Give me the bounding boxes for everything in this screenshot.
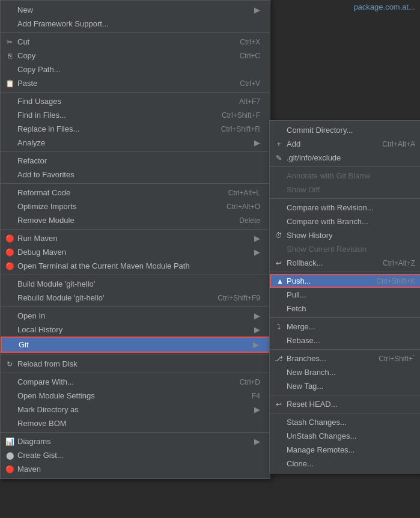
menu-item-cut[interactable]: ✂CutCtrl+X xyxy=(1,35,270,49)
paste-label: Paste xyxy=(17,79,222,88)
menu-item-remove-bom[interactable]: Remove BOM xyxy=(1,416,270,430)
menu-item-add-framework[interactable]: Add Framework Support... xyxy=(1,17,270,31)
menu-item-local-history[interactable]: Local History▶ xyxy=(1,323,270,337)
menu-separator xyxy=(1,275,270,275)
git-arrow: ▶ xyxy=(253,340,259,349)
git-menu-item-push[interactable]: ▲Push...Ctrl+Shift+K xyxy=(270,274,420,288)
find-usages-label: Find Usages xyxy=(17,97,221,106)
reset-head-label: Reset HEAD... xyxy=(287,400,415,409)
menu-item-new[interactable]: New▶ xyxy=(1,3,270,17)
menu-item-reformat-code[interactable]: Reformat CodeCtrl+Alt+L xyxy=(1,186,270,200)
menu-item-copy[interactable]: ⎘CopyCtrl+C xyxy=(1,49,270,62)
rollback-icon: ↩ xyxy=(273,259,284,267)
git-menu-separator xyxy=(270,198,420,199)
run-maven-arrow: ▶ xyxy=(254,234,260,243)
refactor-label: Refactor xyxy=(17,156,260,165)
git-menu-item-show-current-revision[interactable]: Show Current Revision xyxy=(270,242,420,256)
open-in-arrow: ▶ xyxy=(254,311,260,320)
menu-separator xyxy=(1,92,270,93)
git-menu-item-annotate-git-blame[interactable]: Annotate with Git Blame xyxy=(270,169,420,183)
menu-separator xyxy=(1,229,270,230)
menu-item-maven[interactable]: 🔴Maven xyxy=(1,462,270,476)
menu-item-open-terminal[interactable]: 🔴Open Terminal at the Current Maven Modu… xyxy=(1,259,270,273)
git-menu-item-gitinfo-exclude[interactable]: ✎.git/info/exclude xyxy=(270,151,420,165)
git-menu-item-reset-head[interactable]: ↩Reset HEAD... xyxy=(270,397,420,411)
menu-item-replace-in-files[interactable]: Replace in Files...Ctrl+Shift+R xyxy=(1,122,270,136)
rollback-shortcut: Ctrl+Alt+Z xyxy=(383,259,415,267)
menu-item-remove-module[interactable]: Remove ModuleDelete xyxy=(1,213,270,227)
menu-item-paste[interactable]: 📋PasteCtrl+V xyxy=(1,76,270,90)
run-maven-icon: 🔴 xyxy=(4,234,15,243)
git-menu-item-branches[interactable]: ⎇Branches...Ctrl+Shift+` xyxy=(270,352,420,365)
menu-item-compare-with[interactable]: Compare With...Ctrl+D xyxy=(1,375,270,389)
git-menu-item-new-branch[interactable]: New Branch... xyxy=(270,365,420,379)
local-history-label: Local History xyxy=(17,325,249,334)
git-menu-item-fetch[interactable]: Fetch xyxy=(270,302,420,315)
git-menu-item-stash-changes[interactable]: Stash Changes... xyxy=(270,415,420,429)
debug-maven-label: Debug Maven xyxy=(17,248,249,257)
menu-item-create-gist[interactable]: ⬤Create Gist... xyxy=(1,448,270,462)
remove-module-label: Remove Module xyxy=(17,216,221,225)
new-arrow: ▶ xyxy=(254,5,260,14)
menu-item-git[interactable]: Git▶ xyxy=(1,337,270,353)
git-menu-item-rollback[interactable]: ↩Rollback...Ctrl+Alt+Z xyxy=(270,256,420,270)
open-module-settings-label: Open Module Settings xyxy=(17,391,234,400)
menu-item-debug-maven[interactable]: 🔴Debug Maven▶ xyxy=(1,245,270,259)
menu-item-find-usages[interactable]: Find UsagesAlt+F7 xyxy=(1,94,270,108)
menu-item-open-in[interactable]: Open In▶ xyxy=(1,309,270,323)
diagrams-arrow: ▶ xyxy=(254,437,260,446)
package-text: package.com.at... xyxy=(348,0,420,14)
find-in-files-label: Find in Files... xyxy=(17,111,204,120)
git-menu-item-compare-revision[interactable]: Compare with Revision... xyxy=(270,201,420,215)
git-menu-item-clone[interactable]: Clone... xyxy=(270,457,420,471)
git-menu-item-rebase[interactable]: Rebase... xyxy=(270,334,420,347)
menu-item-open-module-settings[interactable]: Open Module SettingsF4 xyxy=(1,389,270,403)
menu-item-copy-path[interactable]: Copy Path... xyxy=(1,62,270,76)
menu-item-reload-from-disk[interactable]: ↻Reload from Disk xyxy=(1,357,270,371)
menu-item-diagrams[interactable]: 📊Diagrams▶ xyxy=(1,434,270,448)
show-history-label: Show History xyxy=(287,231,415,240)
menu-item-refactor[interactable]: Refactor xyxy=(1,154,270,168)
menu-item-analyze[interactable]: Analyze▶ xyxy=(1,136,270,150)
compare-revision-label: Compare with Revision... xyxy=(287,203,415,212)
menu-item-mark-directory-as[interactable]: Mark Directory as▶ xyxy=(1,403,270,416)
menu-separator xyxy=(1,151,270,152)
rebuild-module-shortcut: Ctrl+Shift+F9 xyxy=(218,294,260,302)
menu-item-add-to-favorites[interactable]: Add to Favorites xyxy=(1,168,270,181)
menu-item-build-module[interactable]: Build Module 'git-hello' xyxy=(1,277,270,291)
git-menu-item-pull[interactable]: Pull... xyxy=(270,288,420,302)
menu-item-rebuild-module[interactable]: Rebuild Module 'git-hello'Ctrl+Shift+F9 xyxy=(1,291,270,305)
add-icon: + xyxy=(273,140,284,148)
rollback-label: Rollback... xyxy=(287,258,365,267)
git-menu-item-manage-remotes[interactable]: Manage Remotes... xyxy=(270,443,420,457)
git-menu-item-merge[interactable]: ⤵Merge... xyxy=(270,320,420,334)
mark-directory-as-label: Mark Directory as xyxy=(17,405,249,414)
merge-icon: ⤵ xyxy=(273,323,284,331)
replace-in-files-shortcut: Ctrl+Shift+R xyxy=(221,125,260,133)
git-menu-item-unstash-changes[interactable]: UnStash Changes... xyxy=(270,429,420,443)
push-label: Push... xyxy=(287,276,358,285)
reload-from-disk-label: Reload from Disk xyxy=(17,359,260,368)
diagrams-label: Diagrams xyxy=(17,437,249,446)
git-menu-item-show-history[interactable]: ⏱Show History xyxy=(270,228,420,242)
menu-item-run-maven[interactable]: 🔴Run Maven▶ xyxy=(1,231,270,245)
stash-changes-label: Stash Changes... xyxy=(287,418,415,427)
git-menu-item-compare-branch[interactable]: Compare with Branch... xyxy=(270,215,420,228)
menu-item-optimize-imports[interactable]: Optimize ImportsCtrl+Alt+O xyxy=(1,200,270,213)
menu-item-find-in-files[interactable]: Find in Files...Ctrl+Shift+F xyxy=(1,108,270,122)
git-menu-item-commit-directory[interactable]: Commit Directory... xyxy=(270,123,420,137)
merge-label: Merge... xyxy=(287,322,415,331)
local-history-arrow: ▶ xyxy=(254,325,260,334)
add-label: Add xyxy=(287,139,364,148)
git-menu-item-new-tag[interactable]: New Tag... xyxy=(270,379,420,393)
git-menu-item-show-diff[interactable]: Show Diff xyxy=(270,183,420,197)
add-to-favorites-label: Add to Favorites xyxy=(17,170,260,179)
rebuild-module-label: Rebuild Module 'git-hello' xyxy=(17,293,199,302)
compare-with-label: Compare With... xyxy=(17,377,222,386)
compare-branch-label: Compare with Branch... xyxy=(287,217,415,226)
git-menu-separator xyxy=(270,349,420,350)
cut-label: Cut xyxy=(17,37,222,46)
compare-with-shortcut: Ctrl+D xyxy=(240,378,260,386)
run-maven-label: Run Maven xyxy=(17,234,249,243)
git-menu-item-add[interactable]: +AddCtrl+Alt+A xyxy=(270,137,420,151)
